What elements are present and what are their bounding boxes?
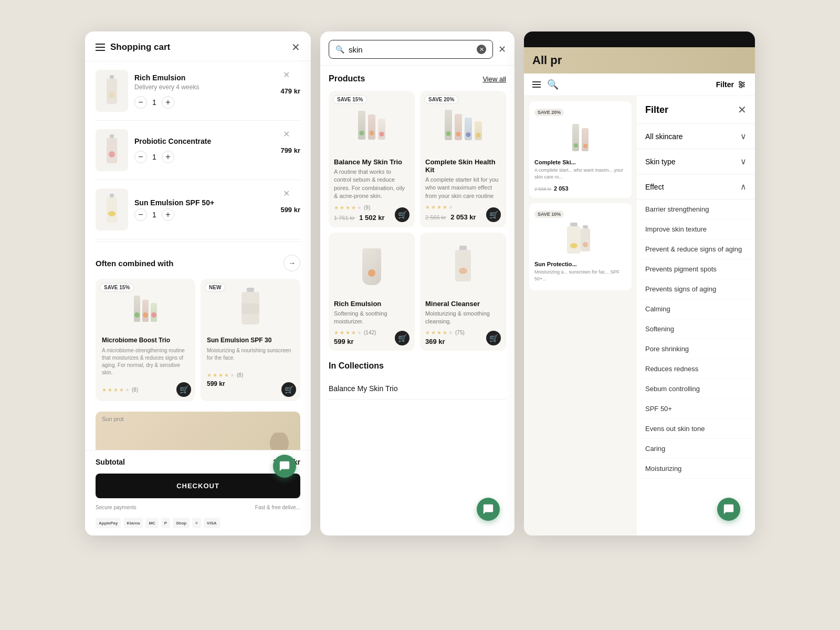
chat-bubble[interactable] (273, 455, 296, 478)
subtotal-label: Subtotal (96, 458, 125, 466)
effect-softening[interactable]: Softening (637, 319, 755, 339)
product-1-orig-price: 1 761 kr (334, 215, 355, 221)
effect-section: Effect ∧ Barrier strengthening Improve s… (637, 174, 755, 479)
effect-options-list: Barrier strengthening Improve skin textu… (637, 200, 755, 479)
effect-improve-skin-texture[interactable]: Improve skin texture (637, 219, 755, 239)
stars-2: ★★★★★ (8) (207, 372, 294, 378)
svg-rect-1 (107, 79, 117, 104)
qty-decrease-3[interactable]: − (134, 208, 147, 221)
suggested-desc-2: Moisturizing & nourishing sunscreen for … (207, 347, 294, 362)
clear-search-button[interactable]: ✕ (477, 45, 486, 54)
qty-num-2: 1 (152, 153, 156, 161)
cart-title: Shopping cart (110, 42, 170, 52)
svg-rect-15 (455, 250, 471, 281)
effect-spf-50[interactable]: SPF 50+ (637, 399, 755, 419)
effect-barrier-strengthening[interactable]: Barrier strengthening (637, 200, 755, 219)
cart-item-1: Rich Emulsion Delivery every 4 weeks − 1… (96, 61, 300, 121)
item-1-info: Rich Emulsion Delivery every 4 weeks − 1… (134, 74, 274, 109)
skin-type-label: Skin type (645, 158, 676, 166)
filter-sub-header: 🔍 Filter (524, 74, 755, 96)
cart-panel: Shopping cart ✕ Rich Emulsion (85, 32, 311, 536)
filter-menu-icon[interactable] (532, 81, 541, 88)
filter-close-button[interactable]: ✕ (738, 103, 747, 116)
qty-control-1: − 1 + (134, 96, 274, 109)
often-combined-title: Often combined with (96, 259, 173, 268)
qty-decrease-2[interactable]: − (134, 151, 147, 163)
suggested-item-1: SAVE 15% Microbiome Boost Trio A microbi… (96, 279, 195, 401)
all-skincare-dropdown[interactable]: All skincare ∨ (637, 124, 755, 149)
effect-prevent-aging[interactable]: Prevent & reduce signs of aging (637, 239, 755, 259)
often-combined-arrow[interactable]: → (284, 255, 300, 271)
suggested-items: SAVE 15% Microbiome Boost Trio A microbi… (96, 279, 300, 401)
item-2-name: Probiotic Concentrate (134, 137, 274, 145)
item-2-info: Probiotic Concentrate − 1 + (134, 137, 274, 163)
suggested-name-1: Microbiome Boost Trio (102, 337, 189, 345)
effect-pore-shrinking[interactable]: Pore shrinking (637, 339, 755, 359)
klarna-icon: Klarna (123, 518, 143, 528)
svg-rect-27 (581, 228, 590, 251)
svg-rect-0 (110, 75, 114, 79)
filter-p1-desc: A complete start... who want maxim... yo… (534, 167, 626, 180)
filter-title: Filter (645, 104, 668, 116)
filter-p1-orig: 2 566 kr (534, 186, 552, 192)
suggested-img-2 (207, 285, 294, 332)
item-1-remove[interactable]: ✕ (283, 70, 290, 80)
effect-moisturizing[interactable]: Moisturizing (637, 459, 755, 479)
checkout-button[interactable]: CHECKOUT (96, 474, 300, 498)
menu-icon[interactable] (96, 44, 105, 51)
svg-rect-7 (107, 197, 117, 223)
add-to-cart-product-1[interactable]: 🛒 (395, 207, 410, 222)
qty-increase-1[interactable]: + (162, 96, 174, 109)
filter-p2-badge: SAVE 10% (534, 211, 564, 218)
filter-search-icon[interactable]: 🔍 (547, 79, 559, 90)
effect-caring[interactable]: Caring (637, 439, 755, 459)
all-products-banner: All pr (524, 47, 755, 74)
product-card-2: SAVE 20% (420, 91, 506, 227)
chat-bubble-filter[interactable] (717, 498, 740, 521)
effect-dropdown[interactable]: Effect ∧ (637, 174, 755, 200)
product-1-desc: A routine that works to control sebum & … (334, 168, 410, 201)
fast-text: Fast & free delive... (255, 505, 300, 510)
all-skincare-chevron: ∨ (740, 131, 747, 141)
filter-panel: All pr 🔍 Filter (524, 32, 755, 536)
search-input[interactable] (349, 45, 472, 54)
product-3-reviews: (142) (364, 330, 376, 335)
new-badge-2: NEW (205, 283, 225, 292)
save-badge-1: SAVE 15% (100, 283, 134, 292)
item-3-remove[interactable]: ✕ (283, 188, 290, 198)
other-icon: ≡ (192, 518, 201, 528)
collection-item-1[interactable]: Balance My Skin Trio (329, 378, 506, 400)
item-2-remove[interactable]: ✕ (283, 129, 290, 139)
skin-type-dropdown[interactable]: Skin type ∨ (637, 149, 755, 174)
filter-product-2: SAVE 10% S (529, 203, 632, 290)
effect-prevents-pigment-spots[interactable]: Prevents pigment spots (637, 259, 755, 279)
suggested-desc-1: A microbiome-strengthening routine that … (102, 347, 189, 376)
qty-increase-3[interactable]: + (162, 208, 174, 221)
filter-label: Filter (716, 80, 734, 89)
add-to-cart-2[interactable]: 🛒 (281, 382, 296, 397)
search-close-button[interactable]: ✕ (498, 44, 506, 55)
product-4-desc: Moisturizing & smoothing cleansing. (425, 310, 501, 326)
suggested-name-2: Sun Emulsion SPF 30 (207, 337, 294, 345)
product-1-name: Balance My Skin Trio (334, 158, 410, 166)
add-to-cart-1[interactable]: 🛒 (176, 382, 191, 397)
view-all-button[interactable]: View all (482, 75, 506, 83)
svg-rect-24 (567, 226, 581, 254)
svg-point-5 (109, 151, 115, 158)
suggested-item-2: NEW Sun Emulsion SPF 30 Moisturizing & n… (201, 279, 300, 401)
effect-prevents-signs-aging[interactable]: Prevents signs of aging (637, 279, 755, 299)
cart-close-button[interactable]: ✕ (291, 42, 300, 52)
effect-reduces-redness[interactable]: Reduces redness (637, 359, 755, 379)
qty-decrease-1[interactable]: − (134, 96, 147, 109)
add-to-cart-product-2[interactable]: 🛒 (486, 207, 501, 222)
qty-increase-2[interactable]: + (162, 151, 174, 163)
svg-rect-11 (242, 303, 259, 314)
svg-rect-9 (247, 288, 254, 292)
svg-rect-3 (110, 134, 114, 138)
effect-calming[interactable]: Calming (637, 299, 755, 319)
chat-bubble-search[interactable] (477, 498, 500, 521)
effect-sebum-controlling[interactable]: Sebum controlling (637, 379, 755, 399)
item-1-image (96, 70, 128, 112)
effect-evens-skin-tone[interactable]: Evens out skin tone (637, 419, 755, 439)
item-2-price: 799 kr (280, 146, 300, 154)
